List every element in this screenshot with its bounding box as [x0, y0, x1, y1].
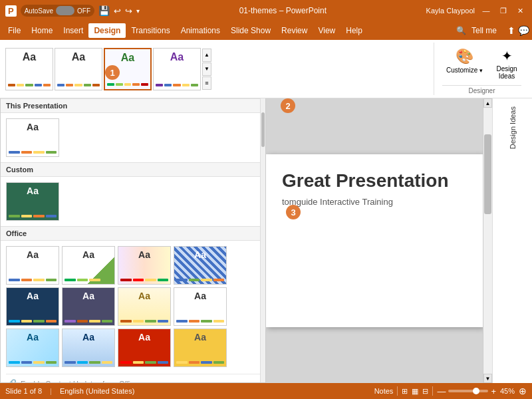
- title-bar-left: P AutoSave OFF 💾 ↩ ↪ ▾: [5, 5, 140, 17]
- autosave-badge: AutoSave OFF: [21, 5, 94, 17]
- ribbon-scroll-buttons: ▲ ▼ ≡: [202, 49, 211, 90]
- section-office: Office: [1, 226, 265, 241]
- status-bar: Slide 1 of 8 | English (United States) N…: [0, 383, 532, 399]
- ribbon: Aa Aa Aa: [0, 40, 532, 98]
- autosave-toggle[interactable]: [56, 6, 74, 15]
- window-title: 01-themes – PowerPoint: [239, 6, 327, 15]
- panel-theme-office-6[interactable]: Aa: [62, 287, 115, 326]
- menu-file[interactable]: File: [3, 23, 26, 38]
- slide-title: Great Presentation: [282, 170, 467, 192]
- panel-separator: [6, 374, 260, 374]
- main-area: This Presentation Aa Custom Aa: [0, 98, 532, 383]
- scroll-down-button[interactable]: ▼: [202, 63, 211, 76]
- menu-slideshow[interactable]: Slide Show: [225, 23, 276, 38]
- zoom-level: 45%: [500, 387, 515, 395]
- enable-updates-label: Enable Content Updates from Office.com..…: [21, 380, 160, 384]
- slide-sorter-button[interactable]: ▦: [412, 387, 418, 396]
- comments-icon[interactable]: 💬: [518, 25, 529, 36]
- designer-group-label: Designer: [442, 85, 521, 94]
- menu-insert[interactable]: Insert: [58, 23, 88, 38]
- design-ideas-icon: ✦: [501, 48, 513, 64]
- menu-animations[interactable]: Animations: [176, 23, 225, 38]
- close-button[interactable]: ✕: [515, 5, 527, 17]
- panel-theme-office-3[interactable]: Aa: [118, 246, 171, 285]
- notes-button[interactable]: Notes: [374, 387, 394, 395]
- enable-updates-icon: 🔗: [7, 379, 17, 383]
- quick-access-dropdown[interactable]: ▾: [136, 7, 140, 15]
- enable-content-updates-link[interactable]: 🔗 Enable Content Updates from Office.com…: [1, 376, 265, 383]
- reading-view-button[interactable]: ⊟: [422, 387, 428, 396]
- scroll-thumb[interactable]: [484, 134, 491, 214]
- scroll-up-arrow[interactable]: ▲: [483, 98, 492, 108]
- theme-thumb-2[interactable]: Aa: [55, 48, 102, 90]
- scroll-up-button[interactable]: ▲: [202, 49, 211, 62]
- tell-me-input[interactable]: Tell me: [466, 23, 502, 38]
- zoom-out-icon[interactable]: —: [437, 386, 446, 396]
- redo-icon[interactable]: ↪: [125, 6, 132, 16]
- menu-design[interactable]: Design: [88, 23, 126, 38]
- menu-view[interactable]: View: [313, 23, 340, 38]
- step-badge-3: 3: [286, 205, 301, 219]
- design-ideas-side-panel: Design Ideas: [492, 98, 532, 383]
- title-bar-right: Kayla Claypool — ❐ ✕: [426, 5, 527, 17]
- zoom-thumb[interactable]: [473, 388, 479, 394]
- menu-help[interactable]: Help: [340, 23, 368, 38]
- share-icon[interactable]: ⬆: [507, 25, 515, 36]
- customize-label: Customize ▾: [446, 66, 483, 74]
- panel-theme-office-4[interactable]: Aa: [174, 246, 227, 285]
- custom-grid: Aa: [1, 177, 265, 226]
- slide-scrollbar: ▲ ▼: [483, 98, 492, 383]
- status-left: Slide 1 of 8 | English (United States): [5, 387, 134, 395]
- theme-thumb-1[interactable]: Aa: [5, 48, 53, 90]
- theme-thumb-4[interactable]: Aa: [153, 48, 201, 90]
- scroll-down-arrow[interactable]: ▼: [483, 374, 492, 383]
- menu-transitions[interactable]: Transitions: [126, 23, 175, 38]
- fit-to-window-button[interactable]: ⊕: [519, 386, 527, 396]
- panel-theme-office-5[interactable]: Aa: [6, 287, 59, 326]
- panel-theme-office-1[interactable]: Aa: [6, 246, 59, 285]
- app-logo: P: [5, 5, 17, 17]
- zoom-track[interactable]: [448, 390, 488, 392]
- designer-buttons: 🎨 Customize ▾ ✦ DesignIdeas: [442, 45, 521, 82]
- normal-view-button[interactable]: ⊞: [402, 387, 408, 396]
- title-bar: P AutoSave OFF 💾 ↩ ↪ ▾ 01-themes – Power…: [0, 0, 532, 21]
- scroll-expand-button[interactable]: ≡: [202, 76, 211, 90]
- design-ideas-side-label: Design Ideas: [509, 106, 517, 149]
- panel-theme-office-11[interactable]: Aa: [118, 329, 171, 367]
- status-right: Notes ⊞ ▦ ⊟ — + 45% ⊕: [374, 386, 527, 396]
- section-custom: Custom: [1, 162, 265, 177]
- language-indicator: English (United States): [60, 387, 135, 395]
- minimize-button[interactable]: —: [480, 5, 492, 17]
- panel-theme-office-2[interactable]: Aa: [62, 246, 115, 285]
- panel-theme-current[interactable]: Aa: [6, 118, 59, 157]
- customize-icon: 🎨: [456, 48, 473, 65]
- panel-theme-office-8[interactable]: Aa: [174, 287, 227, 326]
- design-ideas-button[interactable]: ✦ DesignIdeas: [492, 45, 521, 82]
- panel-theme-office-12[interactable]: Aa: [174, 329, 227, 367]
- panel-theme-custom-1[interactable]: Aa: [6, 182, 59, 221]
- undo-icon[interactable]: ↩: [114, 6, 121, 16]
- user-name: Kayla Claypool: [426, 7, 475, 15]
- slide-area: Great Presentation tomguide Interactive …: [266, 98, 483, 383]
- panel-theme-office-7[interactable]: Aa: [118, 287, 171, 326]
- designer-section: 🎨 Customize ▾ ✦ DesignIdeas Designer: [437, 43, 527, 95]
- this-presentation-grid: Aa: [1, 113, 265, 162]
- panel-theme-office-9[interactable]: Aa: [6, 329, 59, 367]
- zoom-slider: — +: [437, 386, 496, 396]
- autosave-state: OFF: [77, 7, 90, 15]
- zoom-in-icon[interactable]: +: [491, 386, 496, 396]
- design-ideas-label: DesignIdeas: [496, 65, 517, 80]
- autosave-label: AutoSave: [25, 7, 53, 15]
- panel-theme-office-10[interactable]: Aa: [62, 329, 115, 367]
- menu-home[interactable]: Home: [26, 23, 58, 38]
- menu-bar: File Home Insert Design Transitions Anim…: [0, 21, 532, 40]
- menu-review[interactable]: Review: [276, 23, 313, 38]
- save-icon[interactable]: 💾: [98, 5, 110, 16]
- themes-section: Aa Aa Aa: [5, 43, 434, 95]
- restore-button[interactable]: ❐: [497, 5, 509, 17]
- step-badge-2: 2: [281, 98, 295, 113]
- search-icon: 🔍: [456, 26, 466, 35]
- slide-subtitle: tomguide Interactive Training: [282, 197, 467, 207]
- customize-button[interactable]: 🎨 Customize ▾: [442, 45, 487, 77]
- office-grid: Aa Aa Aa: [1, 241, 265, 372]
